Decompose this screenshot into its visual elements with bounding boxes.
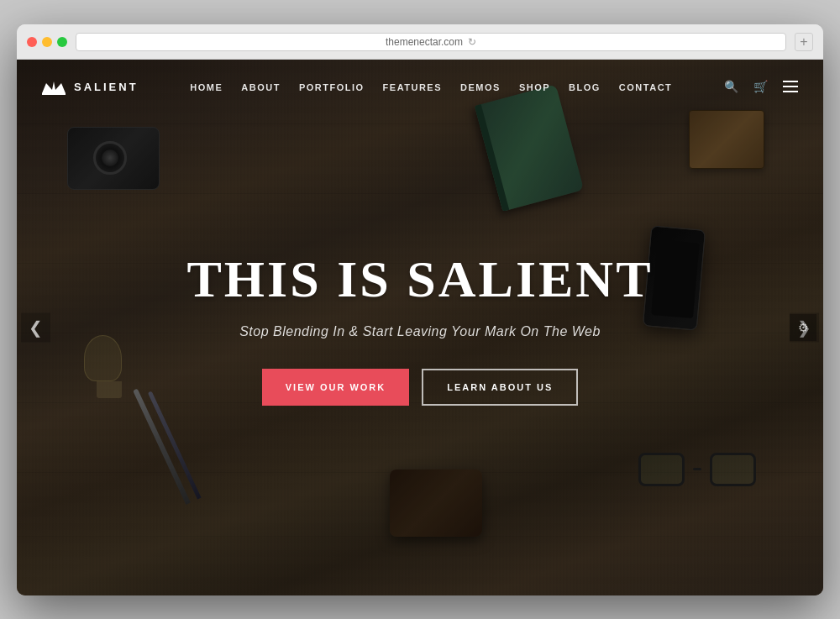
nav-item-home[interactable]: HOME bbox=[190, 79, 223, 94]
hamburger-line bbox=[783, 86, 798, 87]
hero-buttons: VIEW OUR WORK LEARN ABOUT US bbox=[126, 369, 714, 406]
logo-crown-icon bbox=[42, 78, 66, 95]
hero-content: THIS IS SALIENT Stop Blending In & Start… bbox=[126, 249, 714, 406]
learn-about-button[interactable]: LEARN ABOUT US bbox=[422, 369, 578, 406]
new-tab-button[interactable]: + bbox=[795, 33, 813, 51]
search-icon[interactable]: 🔍 bbox=[724, 80, 738, 93]
view-work-button[interactable]: VIEW OUR WORK bbox=[262, 369, 410, 406]
nav-item-blog[interactable]: BLOG bbox=[569, 79, 601, 94]
nav-link-blog[interactable]: BLOG bbox=[569, 82, 601, 92]
navbar: SALIENT HOME ABOUT PORTFOLIO FEATURES DE… bbox=[17, 60, 823, 114]
browser-content: SALIENT HOME ABOUT PORTFOLIO FEATURES DE… bbox=[17, 60, 823, 595]
minimize-button[interactable] bbox=[42, 37, 52, 47]
nav-item-portfolio[interactable]: PORTFOLIO bbox=[299, 79, 365, 94]
logo[interactable]: SALIENT bbox=[42, 78, 139, 95]
hamburger-menu-icon[interactable] bbox=[783, 81, 798, 92]
nav-item-contact[interactable]: CONTACT bbox=[619, 79, 672, 94]
nav-link-home[interactable]: HOME bbox=[190, 82, 223, 92]
svg-rect-1 bbox=[42, 93, 66, 95]
nav-item-about[interactable]: ABOUT bbox=[241, 79, 281, 94]
url-text: themenectar.com bbox=[386, 36, 463, 48]
hamburger-line bbox=[783, 81, 798, 82]
nav-links: HOME ABOUT PORTFOLIO FEATURES DEMOS SHOP… bbox=[190, 79, 672, 94]
logo-text: SALIENT bbox=[74, 81, 139, 93]
nav-link-contact[interactable]: CONTACT bbox=[619, 82, 672, 92]
nav-item-demos[interactable]: DEMOS bbox=[460, 79, 501, 94]
cart-icon[interactable]: 🛒 bbox=[753, 80, 768, 93]
traffic-lights bbox=[27, 37, 67, 47]
nav-right-icons: 🔍 🛒 bbox=[724, 80, 798, 93]
nav-link-shop[interactable]: SHOP bbox=[519, 82, 550, 92]
nav-link-portfolio[interactable]: PORTFOLIO bbox=[299, 82, 365, 92]
svg-marker-0 bbox=[42, 81, 66, 93]
hero-title: THIS IS SALIENT bbox=[126, 249, 714, 309]
nav-link-demos[interactable]: DEMOS bbox=[460, 82, 501, 92]
slider-prev-button[interactable]: ❮ bbox=[21, 312, 50, 342]
nav-item-features[interactable]: FEATURES bbox=[383, 79, 442, 94]
close-button[interactable] bbox=[27, 37, 37, 47]
refresh-icon[interactable]: ↻ bbox=[468, 36, 476, 48]
browser-chrome: themenectar.com ↻ + bbox=[17, 24, 823, 60]
hero-subtitle: Stop Blending In & Start Leaving Your Ma… bbox=[126, 324, 714, 339]
nav-item-shop[interactable]: SHOP bbox=[519, 79, 550, 94]
browser-window: themenectar.com ↻ + bbox=[17, 24, 823, 595]
hero-section: SALIENT HOME ABOUT PORTFOLIO FEATURES DE… bbox=[17, 60, 823, 595]
nav-link-features[interactable]: FEATURES bbox=[383, 82, 442, 92]
address-bar[interactable]: themenectar.com ↻ bbox=[76, 33, 786, 51]
maximize-button[interactable] bbox=[57, 37, 67, 47]
nav-link-about[interactable]: ABOUT bbox=[241, 82, 281, 92]
settings-gear-icon[interactable]: ⚙ bbox=[790, 314, 816, 341]
hamburger-line bbox=[783, 91, 798, 92]
